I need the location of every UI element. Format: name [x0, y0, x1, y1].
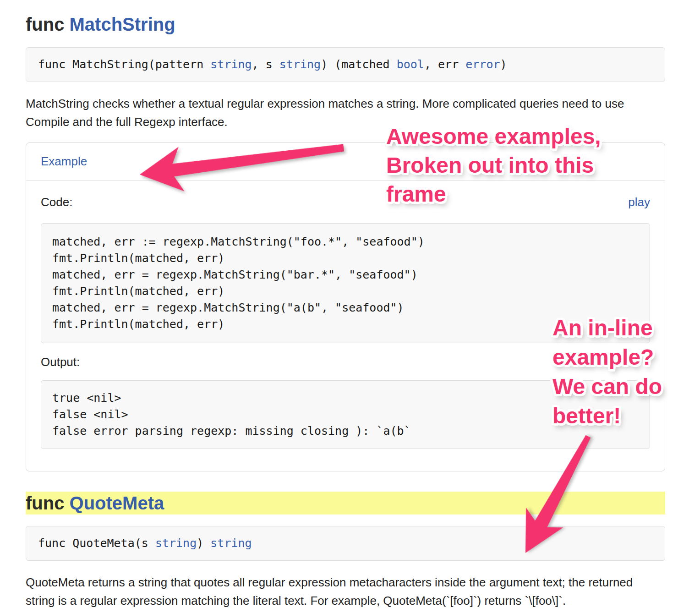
signature-text: func MatchString(pattern	[38, 58, 210, 71]
code-line: fmt.Println(matched, err)	[52, 250, 639, 267]
annotation-line: Awesome examples,	[386, 122, 601, 151]
type-link-string[interactable]: string	[155, 536, 197, 550]
matchstring-heading: func MatchString	[26, 13, 665, 36]
quotemeta-section: func QuoteMeta func QuoteMeta(s string) …	[26, 492, 665, 610]
type-link-string[interactable]: string	[210, 58, 252, 71]
matchstring-signature: func MatchString(pattern string, s strin…	[26, 47, 665, 82]
quotemeta-signature: func QuoteMeta(s string) string	[26, 526, 665, 561]
type-link-bool[interactable]: bool	[397, 58, 424, 71]
quotemeta-heading-link[interactable]: QuoteMeta	[70, 493, 164, 513]
annotation-line: example?	[552, 343, 662, 372]
code-line: fmt.Println(matched, err)	[52, 283, 639, 300]
matchstring-heading-link[interactable]: MatchString	[70, 14, 175, 34]
quotemeta-heading: func QuoteMeta	[26, 492, 665, 514]
signature-text: )	[500, 58, 507, 71]
type-link-error[interactable]: error	[465, 58, 500, 71]
doc-content: func MatchString func MatchString(patter…	[26, 13, 665, 610]
signature-text: func QuoteMeta(s	[38, 536, 155, 550]
signature-text: , err	[424, 58, 465, 71]
annotation-line: better!	[552, 401, 662, 431]
code-line: fmt.Println(matched, err)	[52, 316, 639, 333]
annotation-line: An in-line	[552, 313, 662, 343]
code-line: matched, err = regexp.MatchString("bar.*…	[52, 267, 639, 283]
quotemeta-description: QuoteMeta returns a string that quotes a…	[26, 573, 665, 610]
annotation-line: frame	[386, 180, 601, 208]
type-link-string[interactable]: string	[210, 536, 252, 550]
output-line: true <nil>	[52, 390, 639, 406]
signature-text: , s	[252, 58, 279, 71]
annotation-line: Broken out into this	[386, 151, 601, 180]
annotation-line: We can do	[552, 372, 662, 401]
example-toggle-link[interactable]: Example	[41, 154, 87, 168]
output-line: false error parsing regexp: missing clos…	[52, 423, 639, 439]
annotation-text-inline-example: An in-line example? We can do better!	[552, 313, 662, 431]
play-link[interactable]: play	[628, 195, 650, 209]
signature-text: ) (matched	[321, 58, 397, 71]
code-label: Code:	[41, 195, 72, 209]
signature-text: )	[197, 536, 210, 550]
code-line: matched, err = regexp.MatchString("a(b",…	[52, 300, 639, 316]
output-line: false <nil>	[52, 406, 639, 423]
annotation-text-awesome-examples: Awesome examples, Broken out into this f…	[386, 122, 601, 208]
type-link-string[interactable]: string	[279, 58, 321, 71]
code-line: matched, err := regexp.MatchString("foo.…	[52, 234, 639, 250]
func-keyword: func	[26, 14, 70, 34]
func-keyword: func	[26, 493, 70, 513]
godoc-regexp-page: func MatchString func MatchString(patter…	[0, 0, 700, 613]
